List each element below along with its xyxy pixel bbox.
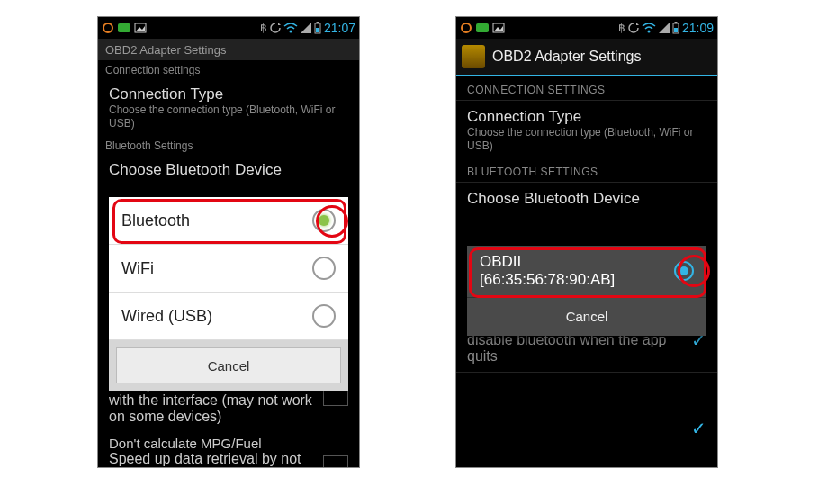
svg-point-13 bbox=[647, 31, 650, 33]
item-subtitle: Speed up data retrieval by not calculati… bbox=[109, 451, 316, 468]
battery-icon bbox=[672, 22, 680, 34]
dialog-option-obdii[interactable]: OBDII [66:35:56:78:90:AB] bbox=[467, 246, 706, 298]
radio-button[interactable] bbox=[312, 209, 336, 232]
app-icon bbox=[462, 45, 485, 68]
section-header-connection: Connection settings bbox=[98, 60, 359, 80]
status-clock: 21:09 bbox=[682, 21, 714, 35]
svg-marker-14 bbox=[659, 22, 670, 33]
radio-button[interactable] bbox=[312, 304, 336, 328]
item-subtitle: Choose the connection type (Bluetooth, W… bbox=[467, 126, 706, 153]
connection-type-dialog: Bluetooth WiFi Wired (USB) Cancel bbox=[109, 197, 348, 391]
svg-rect-17 bbox=[674, 22, 677, 23]
section-header-bluetooth: BLUETOOTH SETTINGS bbox=[456, 158, 717, 180]
wifi-icon bbox=[284, 22, 298, 33]
signal-icon bbox=[301, 22, 311, 33]
app-running-icon bbox=[102, 22, 114, 34]
item-title: Don't calculate MPG/Fuel bbox=[109, 436, 316, 451]
checkbox[interactable] bbox=[323, 455, 348, 469]
svg-point-9 bbox=[462, 23, 471, 32]
action-bar: OBD2 Adapter Settings bbox=[456, 39, 717, 76]
status-clock: 21:07 bbox=[324, 21, 356, 35]
action-bar: OBD2 Adapter Settings bbox=[98, 39, 359, 60]
svg-point-4 bbox=[289, 31, 292, 33]
radio-button[interactable] bbox=[674, 261, 694, 281]
svg-marker-12 bbox=[636, 22, 639, 25]
item-title: Connection Type bbox=[109, 86, 348, 104]
bt-device-dialog: OBDII [66:35:56:78:90:AB] Cancel bbox=[467, 246, 706, 336]
item-subtitle: Choose the connection type (Bluetooth, W… bbox=[109, 104, 348, 130]
status-bar: ฿ 21:09 bbox=[456, 17, 717, 39]
section-header-connection: CONNECTION SETTINGS bbox=[456, 76, 717, 98]
usb-icon bbox=[118, 23, 130, 32]
image-icon bbox=[134, 22, 147, 33]
connection-type-item[interactable]: Connection Type Choose the connection ty… bbox=[98, 80, 359, 136]
item-title: Only if BT was already o bbox=[467, 380, 684, 396]
item-title: Choose Bluetooth Device bbox=[467, 190, 706, 208]
choose-bt-item[interactable]: Choose Bluetooth Device bbox=[456, 184, 717, 213]
cancel-button[interactable]: Cancel bbox=[467, 298, 706, 336]
device-name: OBDII bbox=[480, 253, 615, 271]
svg-marker-3 bbox=[278, 22, 281, 25]
image-icon bbox=[492, 22, 505, 33]
svg-marker-11 bbox=[494, 26, 503, 32]
option-label: WiFi bbox=[122, 259, 154, 278]
bluetooth-icon: ฿ bbox=[260, 22, 267, 34]
dialog-option-wifi[interactable]: WiFi bbox=[109, 245, 348, 292]
battery-icon bbox=[314, 22, 321, 34]
section-header-bluetooth: Bluetooth Settings bbox=[98, 136, 359, 156]
sync-icon bbox=[628, 22, 639, 33]
device-mac: [66:35:56:78:90:AB] bbox=[480, 271, 615, 289]
svg-rect-7 bbox=[316, 28, 320, 32]
cancel-button[interactable]: Cancel bbox=[116, 347, 341, 383]
usb-icon bbox=[476, 23, 489, 32]
item-subtitle: Only turns on/off Bluetooth if it was of… bbox=[467, 396, 684, 467]
only-if-bt-item[interactable]: Only if BT was already o Only turns on/o… bbox=[456, 374, 717, 467]
action-bar-title: OBD2 Adapter Settings bbox=[492, 49, 641, 65]
radio-button[interactable] bbox=[312, 256, 336, 280]
app-running-icon bbox=[460, 22, 472, 34]
choose-bt-item[interactable]: Choose Bluetooth Device bbox=[98, 156, 359, 184]
svg-marker-2 bbox=[136, 26, 145, 32]
checkbox-checked-icon[interactable]: ✓ bbox=[691, 418, 706, 439]
dialog-option-bluetooth[interactable]: Bluetooth bbox=[109, 197, 348, 245]
svg-point-0 bbox=[104, 23, 112, 32]
no-mpg-item[interactable]: Don't calculate MPG/Fuel Speed up data r… bbox=[98, 430, 359, 468]
option-label: Wired (USB) bbox=[122, 307, 212, 326]
signal-icon bbox=[659, 22, 670, 33]
dialog-buttonbar: Cancel bbox=[109, 340, 348, 391]
status-bar: ฿ 21:07 bbox=[98, 17, 359, 39]
bluetooth-icon: ฿ bbox=[618, 22, 626, 34]
wifi-icon bbox=[642, 22, 656, 33]
dialog-option-wired[interactable]: Wired (USB) bbox=[109, 292, 348, 340]
phone-right: ฿ 21:09 OBD2 Adapter Settings CONNECTION… bbox=[455, 16, 718, 468]
svg-rect-16 bbox=[674, 28, 678, 32]
item-title: Choose Bluetooth Device bbox=[109, 161, 348, 179]
svg-marker-5 bbox=[301, 22, 311, 33]
connection-type-item[interactable]: Connection Type Choose the connection ty… bbox=[456, 103, 717, 158]
option-label: Bluetooth bbox=[122, 212, 190, 230]
phone-left: ฿ 21:07 OBD2 Adapter Settings Connection… bbox=[97, 16, 360, 468]
sync-icon bbox=[270, 22, 281, 33]
svg-rect-8 bbox=[316, 22, 319, 23]
item-title: Connection Type bbox=[467, 108, 706, 126]
